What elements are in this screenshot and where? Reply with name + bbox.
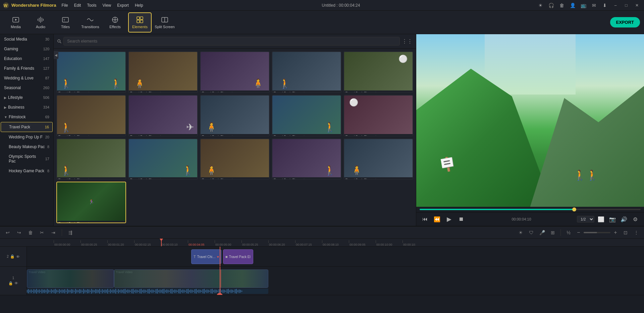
eye-icon-video[interactable]: 👁 — [14, 281, 18, 286]
category-travel-pack[interactable]: Travel Pack 16 — [1, 122, 53, 132]
rewind-button[interactable]: ⏮ — [420, 214, 430, 224]
zoom-out-button[interactable]: − — [575, 229, 582, 236]
category-wedding-pop[interactable]: Wedding Pop Up F 20 — [1, 132, 53, 142]
svg-line-14 — [60, 42, 61, 43]
tool-transitions[interactable]: Transitions — [78, 12, 102, 33]
search-input[interactable] — [63, 37, 400, 46]
menu-view[interactable]: View — [100, 2, 114, 8]
user-icon[interactable]: 👤 — [568, 1, 577, 10]
stop-button[interactable]: ⏹ — [457, 214, 466, 224]
element-card-16[interactable]: 🏃‍♀️ Travel Pack Element ... — [56, 182, 126, 223]
video-clip-2[interactable]: Travel Video — [114, 269, 268, 288]
redo-button[interactable]: ↪ — [15, 228, 23, 237]
title-clip-2[interactable]: ■ Travel Pack El — [223, 249, 253, 264]
svg-rect-73 — [105, 290, 105, 293]
element-card-3[interactable]: 🧍 Travel Pack Element ... — [200, 51, 270, 93]
element-card-8[interactable]: 🧍 Travel Pack Element ... — [200, 95, 270, 136]
fit-button[interactable]: ⊡ — [621, 228, 630, 237]
element-card-1[interactable]: 🚶🚶 Travel Pack Element ... — [56, 51, 126, 93]
step-back-button[interactable]: ⏪ — [432, 214, 442, 224]
tool-audio[interactable]: Audio — [29, 12, 52, 33]
download-icon[interactable]: ⬇ — [600, 1, 609, 10]
screen-icon[interactable]: 📺 — [579, 1, 588, 10]
shield-icon[interactable]: 🛡 — [527, 228, 536, 237]
tool-titles[interactable]: T Titles — [54, 12, 77, 33]
element-card-9[interactable]: 🚶 Travel Pack Element ... — [272, 95, 341, 136]
zoom-slider[interactable] — [584, 232, 610, 233]
category-gaming[interactable]: Gaming 120 — [1, 44, 53, 54]
collapse-panel-toggle[interactable]: ◀ — [54, 51, 58, 59]
trash-icon[interactable]: 🗑 — [557, 1, 566, 10]
element-card-6[interactable]: 🚶 Travel Pack Element ... — [56, 95, 126, 136]
svg-rect-134 — [186, 289, 187, 293]
category-education[interactable]: Education 147 — [1, 54, 53, 63]
element-card-2[interactable]: 🧍 Travel Pack Element ... — [128, 51, 198, 93]
svg-rect-161 — [223, 290, 223, 293]
category-seasonal[interactable]: Seasonal 260 — [1, 83, 53, 92]
ratio-select[interactable]: 1/2 Full — [577, 216, 594, 223]
zoom-in-button[interactable]: + — [612, 229, 619, 236]
mail-icon[interactable]: ✉ — [590, 1, 598, 10]
category-beauty-makeup[interactable]: Beauty Makeup Pac 8 — [1, 142, 53, 151]
menu-file[interactable]: File — [59, 2, 70, 8]
export-button[interactable]: EXPORT — [610, 17, 640, 27]
delete-button[interactable]: 🗑 — [26, 228, 35, 237]
category-lifestyle[interactable]: ▶ Lifestyle 506 — [1, 93, 53, 102]
lock-icon-video[interactable]: 🔒 — [8, 281, 13, 286]
lock-icon-title[interactable]: 🔒 — [10, 254, 15, 259]
tool-effects[interactable]: Effects — [103, 12, 127, 33]
element-card-10[interactable]: ⚪ Travel Pack Element ... — [343, 95, 413, 136]
minimize-button[interactable]: – — [611, 1, 620, 10]
tool-elements[interactable]: Elements — [128, 12, 152, 33]
sun-icon[interactable]: ☀ — [536, 1, 545, 10]
grid-icon[interactable]: ⊞ — [548, 228, 557, 237]
tool-split-screen[interactable]: Split Screen — [153, 12, 176, 33]
element-card-4[interactable]: 🚶 Travel Pack Element ... — [272, 51, 341, 93]
element-card-13[interactable]: 🧍 Travel Pack Element ... — [200, 138, 270, 180]
volume-button[interactable]: 🔊 — [619, 214, 629, 224]
element-card-15[interactable]: 🧍 Travel Pack Element ... — [343, 138, 413, 180]
maximize-button[interactable]: □ — [622, 1, 631, 10]
headphones-icon[interactable]: 🎧 — [547, 1, 555, 10]
category-hockey-game[interactable]: Hockey Game Pack 8 — [1, 166, 53, 176]
split-button[interactable]: ⇥ — [49, 228, 58, 237]
close-button[interactable]: ✕ — [633, 1, 641, 10]
undo-button[interactable]: ↩ — [3, 228, 12, 237]
category-wedding[interactable]: Wedding & Love 87 — [1, 73, 53, 83]
snapshot-button[interactable]: 📷 — [608, 214, 617, 224]
progress-handle[interactable] — [572, 207, 576, 211]
brightness-icon[interactable]: ☀ — [516, 228, 525, 237]
element-card-7[interactable]: ✈ Travel Pack Element ... — [128, 95, 198, 136]
category-family[interactable]: Family & Friends 127 — [1, 64, 53, 73]
half-button[interactable]: ½ — [564, 228, 573, 237]
svg-rect-88 — [125, 289, 125, 294]
category-filmstock[interactable]: ▼ Filmstock 69 — [1, 112, 53, 122]
element-card-14[interactable]: 🚶 Travel Pack Element ... — [272, 138, 341, 180]
grid-options-icon[interactable]: ⋮⋮ — [402, 38, 413, 45]
menu-edit[interactable]: Edit — [71, 2, 84, 8]
eye-icon-title[interactable]: 👁 — [16, 255, 20, 259]
fullscreen-button[interactable]: ⬜ — [596, 214, 606, 224]
menu-export[interactable]: Export — [114, 2, 131, 8]
element-card-11[interactable]: 🚶 Travel Pack Element ... — [56, 138, 126, 180]
category-business[interactable]: ▶ Business 334 — [1, 103, 53, 112]
mic-icon[interactable]: 🎤 — [538, 228, 546, 237]
menu-help[interactable]: Help — [132, 2, 146, 8]
more-button[interactable]: ⋮ — [632, 228, 641, 237]
category-social-media[interactable]: Social Media 30 — [1, 35, 53, 44]
settings-button[interactable]: ⚙ — [631, 214, 640, 224]
cut-button[interactable]: ✂ — [38, 228, 46, 237]
timeline-content: 2 🔒 👁 T Travel Chic - Title ♥ ■ Travel P… — [0, 247, 644, 313]
progress-bar[interactable] — [420, 209, 641, 210]
title-clip-1[interactable]: T Travel Chic - Title ♥ — [191, 249, 221, 264]
ripple-button[interactable]: ⇶ — [66, 228, 75, 237]
category-olympic-sports[interactable]: Olympic Sports Pac 17 — [1, 152, 53, 166]
element-card-5[interactable]: ⚪ Travel Pack Element ... — [343, 51, 413, 93]
play-button[interactable]: ▶ — [444, 214, 454, 224]
tool-media[interactable]: Media — [4, 12, 28, 33]
element-card-12[interactable]: 🚶 Travel Pack Element ... — [128, 138, 198, 180]
video-clip-1[interactable]: Travel Video — [27, 269, 114, 288]
app-logo: W Wondershare Filmora — [3, 2, 56, 9]
svg-rect-98 — [138, 291, 139, 292]
menu-tools[interactable]: Tools — [84, 2, 99, 8]
